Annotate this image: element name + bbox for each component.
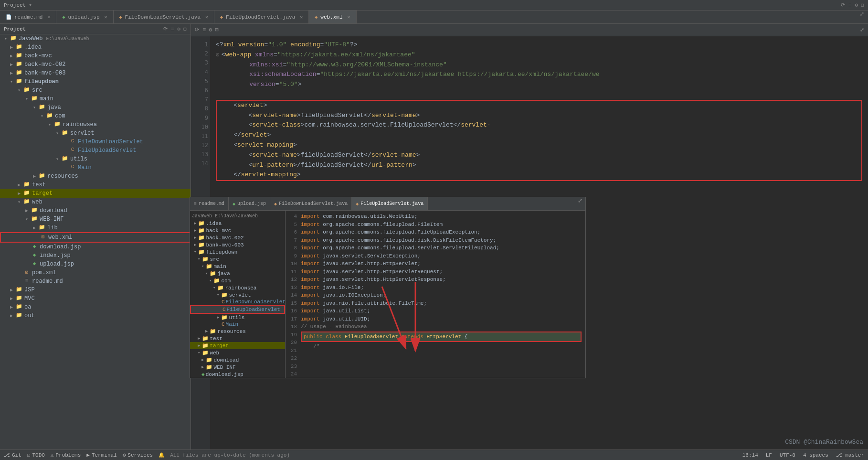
test-icon: 📁 bbox=[23, 181, 31, 189]
root-arrow: ▾ bbox=[2, 36, 10, 42]
overlay-tab-filedownload[interactable]: ◆ FileDownLoadServlet.java bbox=[270, 197, 352, 210]
overlay-code-area[interactable]: 456789101112131415161718192021222324 imp… bbox=[286, 211, 585, 378]
tree-main-class[interactable]: C Main bbox=[0, 163, 191, 172]
tree-test[interactable]: ▶ 📁 test bbox=[0, 181, 191, 189]
tree-fileuploadservlet[interactable]: C FileUploadServlet bbox=[0, 146, 191, 155]
tab-upload-jsp[interactable]: ◆ upload.jsp ✕ bbox=[56, 11, 113, 23]
terminal-status[interactable]: ▶ Terminal bbox=[86, 452, 116, 458]
bank-mvc-003-arrow: ▶ bbox=[8, 70, 15, 76]
collapse-icon[interactable]: ⤢ bbox=[856, 11, 868, 23]
tree-back-mvc[interactable]: ▶ 📁 back-mvc bbox=[0, 52, 191, 60]
fold-icon[interactable]: ⤢ bbox=[860, 27, 864, 33]
tab-filedownload[interactable]: ◆ FileDownLoadServlet.java ✕ bbox=[114, 11, 215, 23]
toolbar-icon-1[interactable]: ⟳ bbox=[195, 26, 200, 33]
ov-main[interactable]: ▾ 📁 main bbox=[190, 263, 285, 270]
tree-oa[interactable]: ▶ 📁 oa bbox=[0, 303, 191, 311]
ov-webinf[interactable]: ▶ 📁 WEB INF bbox=[190, 364, 285, 371]
tab-readme[interactable]: 📄 readme.md ✕ bbox=[0, 11, 56, 23]
tree-MVC[interactable]: ▶ 📁 MVC bbox=[0, 294, 191, 303]
ov-back-mvc[interactable]: ▶ 📁 back-mvc bbox=[190, 227, 285, 234]
tree-webxml[interactable]: ⊠ web.xml bbox=[0, 232, 191, 243]
tree-fileupdown[interactable]: ▾ 📁 fileupdown bbox=[0, 77, 191, 86]
tree-bank-mvc-003[interactable]: ▶ 📁 bank-mvc-003 bbox=[0, 69, 191, 77]
ov-fds[interactable]: C FileDownLoadServlet bbox=[190, 299, 285, 305]
tree-root[interactable]: ▾ 📁 JavaWeb E:\Java\JavaWeb bbox=[0, 34, 191, 43]
toolbar-icon-4[interactable]: ⊟ bbox=[215, 26, 218, 33]
ov-target[interactable]: ▶ 📁 target bbox=[190, 342, 285, 349]
ov-servlet-label: servlet bbox=[229, 292, 251, 298]
ov-fileupdown[interactable]: ▾ 📁 fileupdown bbox=[190, 248, 285, 256]
tree-filedownloadservlet[interactable]: C FileDownLoadServlet bbox=[0, 138, 191, 146]
tab-filedownload-close[interactable]: ✕ bbox=[205, 14, 208, 20]
tab-webxml-close[interactable]: ✕ bbox=[348, 14, 350, 20]
tree-com[interactable]: ▾ 📁 com bbox=[0, 112, 191, 120]
root-folder-icon: 📁 bbox=[10, 35, 17, 43]
todo-status[interactable]: ☑ TODO bbox=[27, 452, 45, 458]
resources-label: resources bbox=[47, 173, 78, 180]
tab-upload-jsp-label: upload.jsp bbox=[68, 14, 99, 20]
ov-test[interactable]: ▶ 📁 test bbox=[190, 335, 285, 342]
overlay-tab-readme[interactable]: ≡ readme.md bbox=[190, 197, 229, 210]
dropdown-arrow[interactable]: ▾ bbox=[29, 2, 32, 8]
tree-index-jsp[interactable]: ◆ index.jsp bbox=[0, 251, 191, 260]
ov-resources[interactable]: ▶ 📁 resources bbox=[190, 328, 285, 335]
tree-servlet[interactable]: ▾ 📁 servlet bbox=[0, 129, 191, 138]
ov-com[interactable]: ▾ 📁 com bbox=[190, 277, 285, 284]
ov-servlet[interactable]: ▾ 📁 servlet bbox=[190, 291, 285, 299]
overlay-tab-fileupload[interactable]: ◆ FileUploadServlet.java bbox=[352, 197, 428, 210]
ov-idea[interactable]: ▶ 📁 .idea bbox=[190, 220, 285, 227]
tab-fileupload[interactable]: ◆ FileUploadServlet.java ✕ bbox=[214, 11, 309, 23]
webxml-icon: ◆ bbox=[315, 14, 318, 20]
overlay-tab-upload[interactable]: ◆ upload.jsp bbox=[229, 197, 270, 210]
ov-utils[interactable]: ▶ 📁 utils bbox=[190, 314, 285, 321]
tree-download-jsp[interactable]: ◆ download.jsp bbox=[0, 243, 191, 251]
services-label: Services bbox=[127, 452, 153, 458]
tree-out[interactable]: ▶ 📁 out bbox=[0, 311, 191, 320]
java-line-19: import java.util.List; bbox=[301, 307, 582, 315]
lib-icon: 📁 bbox=[38, 224, 46, 232]
tree-utils[interactable]: ▾ 📁 utils bbox=[0, 155, 191, 163]
tree-web[interactable]: ▾ 📁 web bbox=[0, 198, 191, 206]
ov-main-class[interactable]: C Main bbox=[190, 321, 285, 328]
tab-upload-jsp-close[interactable]: ✕ bbox=[105, 14, 107, 20]
tree-java[interactable]: ▾ 📁 java bbox=[0, 103, 191, 112]
tree-resources[interactable]: ▶ 📁 resources bbox=[0, 172, 191, 181]
ov-download-folder[interactable]: ▶ 📁 download bbox=[190, 356, 285, 364]
tree-target[interactable]: ▶ 📁 target bbox=[0, 189, 191, 198]
tree-upload-jsp[interactable]: ◆ upload.jsp bbox=[0, 260, 191, 268]
tree-rainbowsea[interactable]: ▾ 📁 rainbowsea bbox=[0, 120, 191, 129]
problems-status[interactable]: ⚠ Problems bbox=[51, 452, 81, 458]
ov-dl-jsp[interactable]: ◆ download.jsp bbox=[190, 371, 285, 378]
tree-back-mvc-002[interactable]: ▶ 📁 back-mvc-002 bbox=[0, 60, 191, 69]
ov-web[interactable]: ▾ 📁 web bbox=[190, 349, 285, 356]
utils-label: utils bbox=[70, 156, 87, 162]
java-line-14: import javax.servlet.http.HttpServletRes… bbox=[301, 276, 582, 284]
ov-bank-mvc-003[interactable]: ▶ 📁 bank-mvc-003 bbox=[190, 241, 285, 248]
ov-upload-label: upload.jsp bbox=[237, 201, 266, 206]
tab-fileupload-close[interactable]: ✕ bbox=[300, 14, 303, 20]
utils-icon: 📁 bbox=[61, 155, 69, 163]
services-status[interactable]: ⚙ Services bbox=[123, 452, 153, 458]
tree-lib[interactable]: ▶ 📁 lib bbox=[0, 224, 191, 232]
ov-src[interactable]: ▾ 📁 src bbox=[190, 256, 285, 263]
ov-rainbowsea[interactable]: ▾ 📁 rainbowsea bbox=[190, 284, 285, 291]
ov-back-mvc-002[interactable]: ▶ 📁 back-mvc-002 bbox=[190, 234, 285, 241]
ov-idea-label: .idea bbox=[206, 221, 222, 226]
toolbar-icon-2[interactable]: ≡ bbox=[202, 27, 206, 33]
tree-idea[interactable]: ▶ 📁 .idea bbox=[0, 43, 191, 52]
tree-pom-xml[interactable]: ⊠ pom.xml bbox=[0, 268, 191, 277]
java-line-24: /* bbox=[301, 342, 582, 351]
git-status[interactable]: ⎇ Git bbox=[4, 452, 21, 458]
toolbar-icon-3[interactable]: ⚙ bbox=[209, 26, 212, 33]
problems-icon: ⚠ bbox=[51, 452, 54, 458]
tree-JSP[interactable]: ▶ 📁 JSP bbox=[0, 286, 191, 294]
tree-src[interactable]: ▾ 📁 src bbox=[0, 86, 191, 95]
ov-fus-highlighted[interactable]: C FileUploadServlet bbox=[190, 305, 285, 314]
tab-readme-close[interactable]: ✕ bbox=[47, 14, 50, 20]
tree-download[interactable]: ▶ 📁 download bbox=[0, 206, 191, 215]
tab-webxml[interactable]: ◆ web.xml ✕ bbox=[309, 11, 356, 23]
tree-webinf[interactable]: ▾ 📁 WEB-INF bbox=[0, 215, 191, 224]
tree-readme[interactable]: ≡ readme.md bbox=[0, 277, 191, 286]
tree-main[interactable]: ▾ 📁 main bbox=[0, 95, 191, 103]
ov-java[interactable]: ▾ 📁 java bbox=[190, 270, 285, 277]
